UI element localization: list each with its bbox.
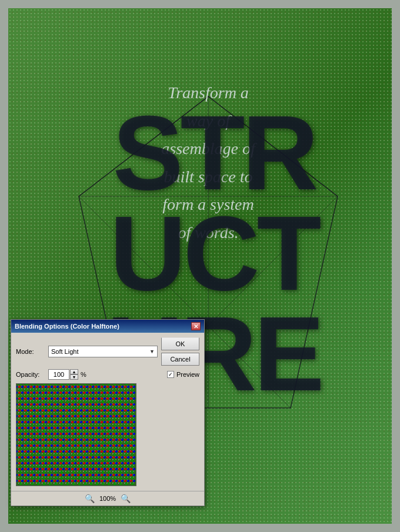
zoom-bar: 🔍 100% 🔍 bbox=[11, 491, 204, 506]
opacity-spinner: ▲ ▼ bbox=[70, 369, 78, 380]
cancel-button[interactable]: Cancel bbox=[161, 353, 199, 366]
percent-label: % bbox=[81, 371, 86, 378]
preview-canvas-inner bbox=[16, 384, 136, 486]
opacity-row: Opacity: ▲ ▼ % ✓ Preview bbox=[16, 369, 199, 380]
zoom-in-icon[interactable]: 🔍 bbox=[121, 494, 131, 503]
preview-label: Preview bbox=[176, 371, 199, 378]
dialog-titlebar: Blending Options (Color Halftone) ✕ bbox=[11, 320, 204, 333]
mode-row: Mode: Soft Light ▼ OK Cancel bbox=[16, 337, 199, 366]
preview-checkbox[interactable]: ✓ bbox=[167, 371, 174, 378]
dialog-title: Blending Options (Color Halftone) bbox=[15, 323, 119, 330]
zoom-out-icon[interactable]: 🔍 bbox=[85, 494, 95, 503]
dialog-buttons: OK Cancel bbox=[161, 337, 199, 366]
spinner-down-button[interactable]: ▼ bbox=[70, 374, 78, 380]
mode-select[interactable]: Soft Light ▼ bbox=[48, 346, 158, 357]
preview-canvas bbox=[16, 383, 136, 486]
spinner-up-button[interactable]: ▲ bbox=[70, 369, 78, 374]
preview-row: ✓ Preview bbox=[167, 371, 199, 378]
dialog-close-button[interactable]: ✕ bbox=[191, 322, 201, 330]
zoom-label: 100% bbox=[99, 495, 116, 502]
dialog-body: Mode: Soft Light ▼ OK Cancel Opacity: ▲ … bbox=[11, 333, 204, 491]
blending-options-dialog: Blending Options (Color Halftone) ✕ Mode… bbox=[11, 319, 205, 506]
opacity-label: Opacity: bbox=[16, 371, 48, 378]
opacity-input[interactable] bbox=[48, 369, 69, 380]
mode-label: Mode: bbox=[16, 348, 48, 355]
mode-value: Soft Light bbox=[51, 348, 78, 355]
select-arrow-icon: ▼ bbox=[149, 349, 155, 354]
ok-button[interactable]: OK bbox=[161, 337, 199, 350]
